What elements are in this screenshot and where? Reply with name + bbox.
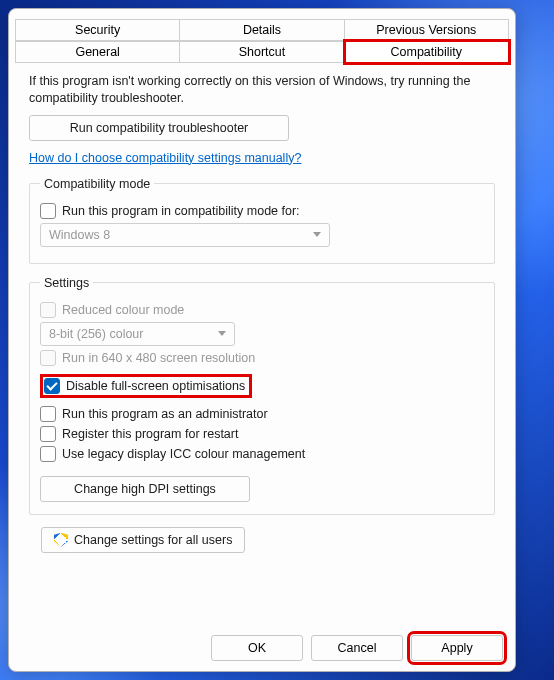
chevron-down-icon xyxy=(313,232,321,237)
run-640-checkbox xyxy=(40,350,56,366)
run-640-label: Run in 640 x 480 screen resolution xyxy=(62,351,255,365)
compat-mode-select: Windows 8 xyxy=(40,223,330,247)
colour-mode-select-value: 8-bit (256) colour xyxy=(49,327,144,341)
properties-dialog: Security Details Previous Versions Gener… xyxy=(8,8,516,672)
cancel-button[interactable]: Cancel xyxy=(311,635,403,661)
disable-fullscreen-highlight: Disable full-screen optimisations xyxy=(40,374,252,398)
disable-fullscreen-label: Disable full-screen optimisations xyxy=(66,379,245,393)
help-link[interactable]: How do I choose compatibility settings m… xyxy=(29,151,301,165)
compat-mode-label: Run this program in compatibility mode f… xyxy=(62,204,300,218)
change-high-dpi-button[interactable]: Change high DPI settings xyxy=(40,476,250,502)
uac-shield-icon xyxy=(54,533,68,547)
compat-mode-checkbox[interactable] xyxy=(40,203,56,219)
change-all-users-button[interactable]: Change settings for all users xyxy=(41,527,245,553)
chevron-down-icon xyxy=(218,331,226,336)
change-all-users-label: Change settings for all users xyxy=(74,533,232,547)
ok-button[interactable]: OK xyxy=(211,635,303,661)
run-troubleshooter-button[interactable]: Run compatibility troubleshooter xyxy=(29,115,289,141)
apply-button[interactable]: Apply xyxy=(411,635,503,661)
tab-strip: Security Details Previous Versions Gener… xyxy=(15,19,509,63)
colour-mode-select: 8-bit (256) colour xyxy=(40,322,235,346)
settings-legend: Settings xyxy=(40,276,93,290)
settings-group: Settings Reduced colour mode 8-bit (256)… xyxy=(29,276,495,515)
tab-compatibility[interactable]: Compatibility xyxy=(345,41,509,63)
disable-fullscreen-checkbox[interactable] xyxy=(44,378,60,394)
run-admin-checkbox[interactable] xyxy=(40,406,56,422)
run-admin-label: Run this program as an administrator xyxy=(62,407,268,421)
tab-details[interactable]: Details xyxy=(180,19,344,41)
reduced-colour-checkbox xyxy=(40,302,56,318)
register-restart-checkbox[interactable] xyxy=(40,426,56,442)
dialog-footer: OK Cancel Apply xyxy=(15,627,509,663)
compatibility-mode-legend: Compatibility mode xyxy=(40,177,154,191)
tab-security[interactable]: Security xyxy=(15,19,180,41)
tab-shortcut[interactable]: Shortcut xyxy=(180,41,344,63)
tab-general[interactable]: General xyxy=(15,41,180,63)
register-restart-label: Register this program for restart xyxy=(62,427,238,441)
tab-previous-versions[interactable]: Previous Versions xyxy=(345,19,509,41)
legacy-icc-label: Use legacy display ICC colour management xyxy=(62,447,305,461)
compatibility-mode-group: Compatibility mode Run this program in c… xyxy=(29,177,495,264)
legacy-icc-checkbox[interactable] xyxy=(40,446,56,462)
reduced-colour-label: Reduced colour mode xyxy=(62,303,184,317)
intro-text: If this program isn't working correctly … xyxy=(29,73,495,107)
compat-mode-select-value: Windows 8 xyxy=(49,228,110,242)
tab-panel-compatibility: If this program isn't working correctly … xyxy=(15,63,509,627)
